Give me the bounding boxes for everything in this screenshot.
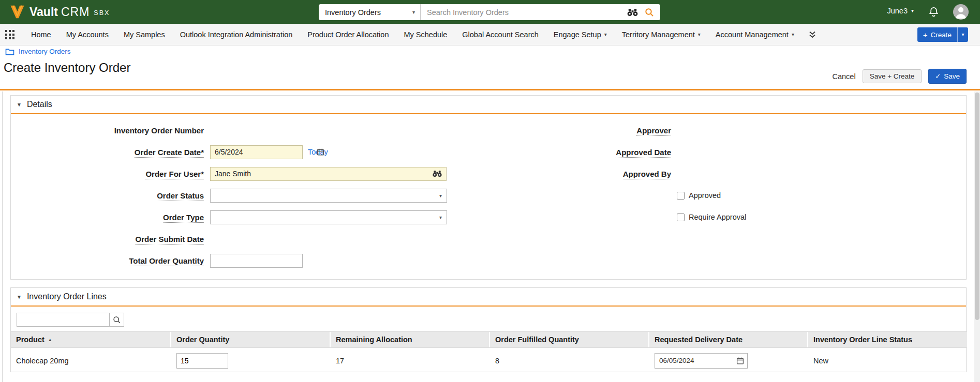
column-header-requested-delivery-date[interactable]: Requested Delivery Date: [649, 332, 808, 347]
app-launcher-grid-icon[interactable]: [5, 30, 14, 39]
search-scope-dropdown[interactable]: Inventory Orders ▾: [319, 4, 421, 20]
cancel-button[interactable]: Cancel: [832, 72, 855, 81]
total-order-quantity-input[interactable]: [210, 254, 303, 268]
chevron-down-icon: ▾: [439, 215, 442, 220]
nav-items: Home My Accounts My Samples Outlook Inte…: [31, 30, 794, 39]
label-order-status: Order Status: [11, 191, 204, 200]
sort-ascending-icon: ▲: [48, 338, 52, 342]
lines-search-input[interactable]: [17, 313, 110, 327]
nav-item-product-order-allocation[interactable]: Product Order Allocation: [307, 30, 389, 39]
notifications-bell-icon[interactable]: [928, 6, 940, 20]
search-icons: [627, 8, 660, 17]
label-order-for-user: Order For User*: [11, 170, 204, 178]
label-order-create-date: Order Create Date*: [11, 148, 204, 157]
details-section: ▼ Details Inventory Order Number Order C…: [10, 95, 967, 280]
details-section-title: Details: [27, 100, 52, 109]
nav-item-my-samples[interactable]: My Samples: [124, 30, 165, 39]
scrollbar-thumb[interactable]: [975, 93, 979, 320]
chevron-down-icon: ▾: [961, 32, 964, 37]
content-left-border: [2, 91, 3, 382]
details-form: Inventory Order Number Order Create Date…: [11, 115, 966, 119]
create-split-button: + Create ▾: [917, 27, 968, 42]
order-for-user-input[interactable]: [210, 167, 447, 181]
order-type-select[interactable]: ▾: [210, 210, 447, 224]
collapse-triangle-icon: ▼: [17, 102, 22, 108]
main-nav-bar: Home My Accounts My Samples Outlook Inte…: [0, 24, 980, 45]
user-name: June3: [887, 7, 908, 15]
label-inventory-order-number: Inventory Order Number: [11, 126, 204, 135]
breadcrumb-label: Inventory Orders: [19, 48, 71, 55]
vault-crm-logo[interactable]: Vault CRM SBX: [9, 0, 110, 24]
nav-item-global-account-search[interactable]: Global Account Search: [462, 30, 539, 39]
column-header-order-quantity[interactable]: Order Quantity: [171, 332, 331, 347]
top-bar: Vault CRM SBX Inventory Orders ▾: [0, 0, 980, 24]
lines-search: [17, 313, 124, 327]
lines-search-button[interactable]: [110, 313, 124, 327]
breadcrumb[interactable]: Inventory Orders: [5, 48, 71, 55]
save-create-button[interactable]: Save + Create: [863, 69, 922, 83]
approved-checkbox[interactable]: [677, 192, 685, 200]
cell-requested-delivery-date: [649, 353, 808, 369]
nav-item-engage-setup[interactable]: Engage Setup▾: [554, 30, 607, 39]
cell-line-status: New: [808, 357, 967, 365]
label-order-type: Order Type: [11, 213, 204, 222]
column-header-inventory-order-line-status[interactable]: Inventory Order Line Status: [808, 332, 967, 347]
lines-section-header[interactable]: ▼ Inventory Order Lines: [11, 288, 966, 307]
chevron-down-icon: ▾: [698, 32, 701, 37]
cell-order-quantity: [171, 353, 331, 369]
order-create-date-input[interactable]: [210, 145, 303, 159]
create-button-dropdown[interactable]: ▾: [957, 27, 968, 42]
nav-item-my-schedule[interactable]: My Schedule: [404, 30, 447, 39]
page-actions: Cancel Save + Create ✓ Save: [832, 69, 967, 84]
order-quantity-input[interactable]: [176, 353, 228, 369]
chevron-down-icon: ▾: [792, 32, 794, 37]
chevron-down-icon: ▾: [911, 8, 914, 13]
nav-item-home[interactable]: Home: [31, 30, 51, 39]
nav-item-outlook-integration-administration[interactable]: Outlook Integration Administration: [180, 30, 293, 39]
chevron-down-icon: ▾: [604, 32, 607, 37]
search-scope-value: Inventory Orders: [325, 8, 381, 17]
accent-divider: [0, 89, 980, 90]
global-search-input[interactable]: [421, 4, 627, 20]
require-approval-checkbox[interactable]: [677, 213, 685, 221]
nav-item-account-management[interactable]: Account Management▾: [716, 30, 794, 39]
cell-order-fulfilled-quantity: 8: [490, 357, 649, 365]
order-status-select[interactable]: ▾: [210, 189, 447, 203]
brand-crm: CRM: [61, 5, 90, 19]
collapse-triangle-icon: ▼: [17, 294, 22, 300]
chevron-down-icon: ▾: [439, 193, 442, 198]
page-title: Create Inventory Order: [4, 60, 130, 75]
nav-item-my-accounts[interactable]: My Accounts: [66, 30, 109, 39]
requested-delivery-date-input[interactable]: [655, 353, 748, 369]
avatar[interactable]: [953, 4, 969, 20]
lines-table-header: Product ▲ Order Quantity Remaining Alloc…: [11, 331, 967, 348]
chevron-down-icon: ▾: [412, 10, 415, 15]
nav-overflow-double-chevron-icon[interactable]: [809, 30, 816, 39]
column-header-product[interactable]: Product ▲: [11, 332, 171, 347]
folder-icon: [5, 48, 14, 55]
table-row: Cholecap 20mg 17 8 New: [11, 348, 967, 373]
label-approved-date: Approved Date: [502, 148, 671, 157]
advanced-search-binoculars-icon[interactable]: [627, 8, 639, 17]
cell-product: Cholecap 20mg: [11, 357, 171, 365]
calendar-icon[interactable]: [736, 357, 744, 364]
search-icon[interactable]: [645, 8, 654, 17]
vault-v-icon: [9, 5, 25, 19]
label-order-submit-date: Order Submit Date: [11, 235, 204, 243]
nav-item-territory-management[interactable]: Territory Management▾: [622, 30, 701, 39]
require-approval-checkbox-label: Require Approval: [689, 213, 746, 221]
vertical-scrollbar[interactable]: [974, 91, 980, 382]
plus-icon: +: [923, 31, 928, 39]
column-header-order-fulfilled-quantity[interactable]: Order Fulfilled Quantity: [490, 332, 649, 347]
user-menu[interactable]: June3 ▾: [887, 7, 914, 15]
lookup-binoculars-icon[interactable]: [432, 170, 442, 177]
save-button[interactable]: ✓ Save: [928, 69, 967, 84]
details-section-header[interactable]: ▼ Details: [11, 96, 966, 114]
label-approver: Approver: [502, 126, 671, 135]
label-total-order-quantity: Total Order Quantity: [11, 256, 204, 265]
column-header-remaining-allocation[interactable]: Remaining Allocation: [331, 332, 490, 347]
calendar-icon[interactable]: [317, 148, 324, 156]
inventory-order-lines-section: ▼ Inventory Order Lines Product ▲ Order …: [10, 287, 967, 372]
create-button[interactable]: + Create: [917, 27, 957, 42]
environment-badge: SBX: [94, 9, 110, 17]
